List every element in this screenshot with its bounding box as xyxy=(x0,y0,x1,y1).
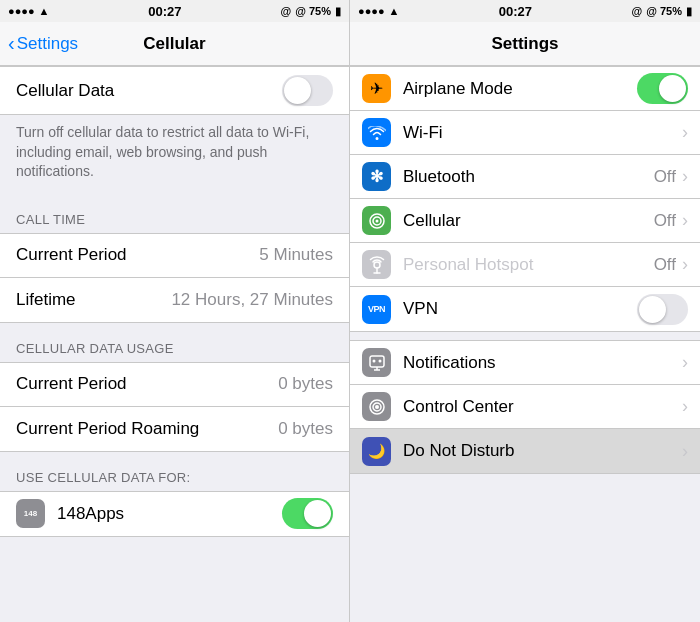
notifications-group: Notifications › Control Center › 🌙 D xyxy=(350,340,700,474)
call-time-group: Current Period 5 Minutes Lifetime 12 Hou… xyxy=(0,233,349,323)
call-current-period-row: Current Period 5 Minutes xyxy=(0,234,349,278)
bluetooth-chevron-icon: › xyxy=(682,166,688,187)
right-battery-icon: ▮ xyxy=(686,5,692,18)
right-time: 00:27 xyxy=(499,4,532,19)
vpn-icon: VPN xyxy=(362,295,391,324)
notifications-chevron-icon: › xyxy=(682,352,688,373)
back-chevron-icon: ‹ xyxy=(8,33,15,53)
apps-toggle[interactable] xyxy=(282,498,333,529)
call-current-period-label: Current Period xyxy=(16,245,259,265)
cellular-content: Cellular Data Turn off cellular data to … xyxy=(0,66,349,622)
airplane-mode-row[interactable]: ✈ Airplane Mode xyxy=(350,67,700,111)
control-center-icon xyxy=(362,392,391,421)
right-status-right: @ @ 75% ▮ xyxy=(631,5,692,18)
cellular-panel: ●●●● ▲ 00:27 @ @ 75% ▮ ‹ Settings Cellul… xyxy=(0,0,350,622)
do-not-disturb-label: Do Not Disturb xyxy=(403,441,682,461)
wifi-label: Wi-Fi xyxy=(403,123,682,143)
wifi-status-icon: ▲ xyxy=(39,5,50,17)
notifications-row[interactable]: Notifications › xyxy=(350,341,700,385)
do-not-disturb-icon: 🌙 xyxy=(362,437,391,466)
lifetime-label: Lifetime xyxy=(16,290,171,310)
usage-roaming-label: Current Period Roaming xyxy=(16,419,278,439)
settings-nav-bar: Settings xyxy=(350,22,700,66)
notifications-label: Notifications xyxy=(403,353,682,373)
usage-current-period-label: Current Period xyxy=(16,374,278,394)
svg-point-2 xyxy=(375,219,378,222)
lifetime-value: 12 Hours, 27 Minutes xyxy=(171,290,333,310)
wifi-row[interactable]: Wi-Fi › xyxy=(350,111,700,155)
battery-percent: @ 75% xyxy=(295,5,331,17)
battery-icon: ▮ xyxy=(335,5,341,18)
lifetime-row: Lifetime 12 Hours, 27 Minutes xyxy=(0,278,349,322)
bluetooth-row[interactable]: ✻ Bluetooth Off › xyxy=(350,155,700,199)
control-center-chevron-icon: › xyxy=(682,396,688,417)
cellular-toggle-thumb xyxy=(284,77,311,104)
apps-toggle-thumb xyxy=(304,500,331,527)
cellular-value: Off xyxy=(654,211,676,231)
left-status-right: @ @ 75% ▮ xyxy=(280,5,341,18)
settings-nav-title: Settings xyxy=(491,34,558,54)
cellular-icon xyxy=(362,206,391,235)
usage-current-period-row: Current Period 0 bytes xyxy=(0,363,349,407)
airplane-toggle[interactable] xyxy=(637,73,688,104)
do-not-disturb-row[interactable]: 🌙 Do Not Disturb › xyxy=(350,429,700,473)
hotspot-label: Personal Hotspot xyxy=(403,255,654,275)
usage-roaming-value: 0 bytes xyxy=(278,419,333,439)
signal-icon: ●●●● xyxy=(8,5,35,17)
hotspot-icon xyxy=(362,250,391,279)
control-center-row[interactable]: Control Center › xyxy=(350,385,700,429)
right-battery-percent: @ 75% xyxy=(646,5,682,17)
airplane-icon: ✈ xyxy=(362,74,391,103)
left-time: 00:27 xyxy=(148,4,181,19)
cellular-nav-bar: ‹ Settings Cellular xyxy=(0,22,349,66)
notifications-icon xyxy=(362,348,391,377)
wifi-chevron-icon: › xyxy=(682,122,688,143)
usage-section-header: CELLULAR DATA USAGE xyxy=(0,323,349,362)
right-location-icon: @ xyxy=(631,5,642,17)
apps-group: 148 148Apps xyxy=(0,491,349,537)
hotspot-chevron-icon: › xyxy=(682,254,688,275)
control-center-label: Control Center xyxy=(403,397,682,417)
cellular-row[interactable]: Cellular Off › xyxy=(350,199,700,243)
right-status-bar: ●●●● ▲ 00:27 @ @ 75% ▮ xyxy=(350,0,700,22)
hotspot-row: Personal Hotspot Off › xyxy=(350,243,700,287)
cellular-data-label: Cellular Data xyxy=(16,81,282,101)
location-icon: @ xyxy=(280,5,291,17)
settings-panel: ●●●● ▲ 00:27 @ @ 75% ▮ Settings ✈ Airpla… xyxy=(350,0,700,622)
call-time-section-header: CALL TIME xyxy=(0,194,349,233)
right-wifi-icon: ▲ xyxy=(389,5,400,17)
vpn-toggle-thumb xyxy=(639,296,666,323)
apps-label: 148Apps xyxy=(57,504,282,524)
left-status-icons: ●●●● ▲ xyxy=(8,5,49,17)
bluetooth-value: Off xyxy=(654,167,676,187)
usage-current-period-value: 0 bytes xyxy=(278,374,333,394)
svg-rect-6 xyxy=(370,356,384,367)
back-label[interactable]: Settings xyxy=(17,34,78,54)
hotspot-value: Off xyxy=(654,255,676,275)
section-divider-1 xyxy=(350,332,700,340)
left-status-bar: ●●●● ▲ 00:27 @ @ 75% ▮ xyxy=(0,0,349,22)
vpn-row[interactable]: VPN VPN xyxy=(350,287,700,331)
cellular-data-toggle[interactable] xyxy=(282,75,333,106)
cellular-chevron-icon: › xyxy=(682,210,688,231)
usage-roaming-row: Current Period Roaming 0 bytes xyxy=(0,407,349,451)
do-not-disturb-chevron-icon: › xyxy=(682,441,688,462)
bluetooth-label: Bluetooth xyxy=(403,167,654,187)
right-status-icons: ●●●● ▲ xyxy=(358,5,399,17)
svg-point-7 xyxy=(372,359,375,362)
cellular-settings-label: Cellular xyxy=(403,211,654,231)
back-button[interactable]: ‹ Settings xyxy=(8,34,78,54)
apps-icon-text: 148 xyxy=(24,509,37,518)
apps-148-row: 148 148Apps xyxy=(0,492,349,536)
svg-point-3 xyxy=(374,262,380,268)
settings-content: ✈ Airplane Mode Wi-Fi › xyxy=(350,66,700,622)
wifi-icon xyxy=(362,118,391,147)
svg-point-8 xyxy=(378,359,381,362)
vpn-toggle[interactable] xyxy=(637,294,688,325)
svg-point-13 xyxy=(375,405,379,409)
apps-icon: 148 xyxy=(16,499,45,528)
apps-section-header: USE CELLULAR DATA FOR: xyxy=(0,452,349,491)
airplane-label: Airplane Mode xyxy=(403,79,637,99)
bluetooth-icon: ✻ xyxy=(362,162,391,191)
airplane-toggle-thumb xyxy=(659,75,686,102)
